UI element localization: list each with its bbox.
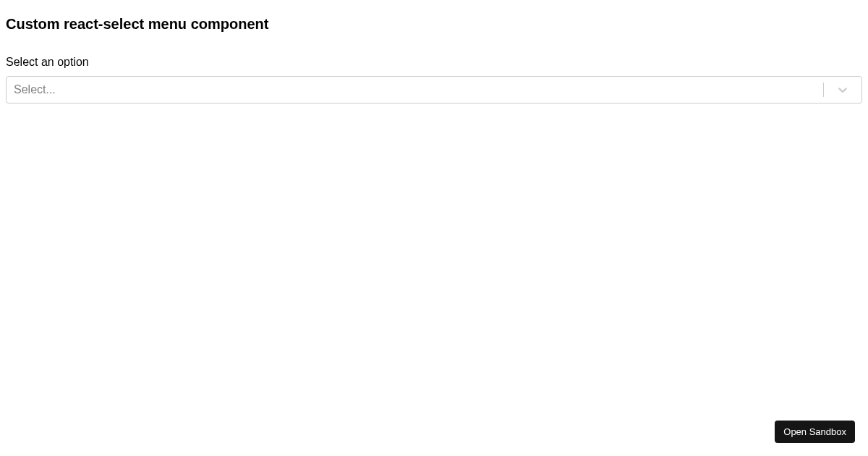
select-control[interactable]: Select... xyxy=(6,76,862,104)
select-label: Select an option xyxy=(6,56,862,69)
select-indicators xyxy=(823,77,856,103)
select-placeholder: Select... xyxy=(14,83,56,96)
select-indicator-separator xyxy=(823,83,824,97)
open-sandbox-button[interactable]: Open Sandbox xyxy=(775,421,855,443)
chevron-down-icon[interactable] xyxy=(830,77,856,103)
page-title: Custom react-select menu component xyxy=(6,16,862,33)
